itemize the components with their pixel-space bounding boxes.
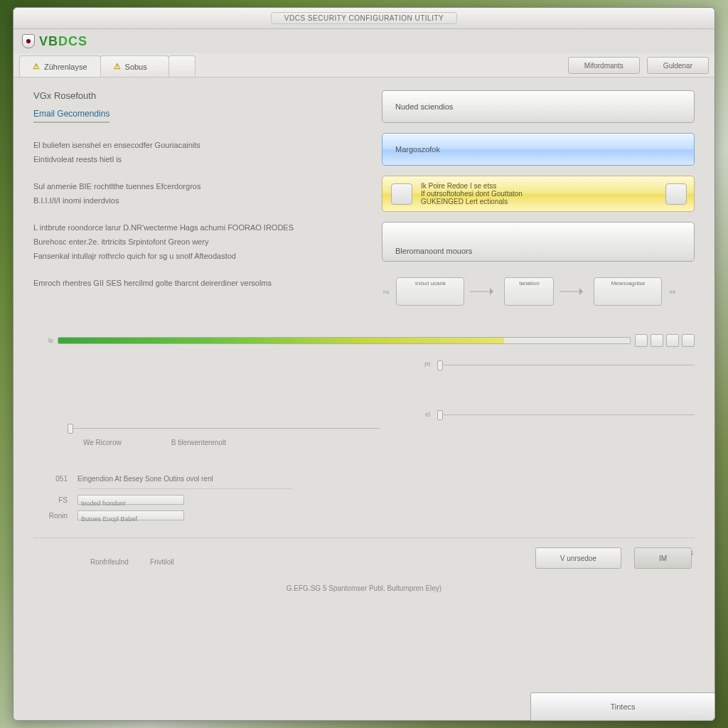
progress-control-button[interactable] bbox=[666, 334, 679, 347]
tab-label: Sobus bbox=[125, 63, 147, 71]
progress-control-button[interactable] bbox=[682, 334, 695, 347]
text: Eintidvoleat reests hietl is bbox=[33, 154, 360, 166]
text: Fansenkal intullajr rothrclo quich for s… bbox=[33, 251, 360, 262]
text: Emroch rhentres GII SES hercilmd golte t… bbox=[33, 278, 360, 289]
flow-label: ml bbox=[669, 289, 675, 295]
tab-3[interactable] bbox=[168, 55, 196, 77]
slider-track[interactable] bbox=[68, 428, 380, 429]
text: L intbrute roondorce larur D.NR'wecterme… bbox=[33, 223, 360, 234]
tab-label: Zührenlayse bbox=[44, 63, 87, 71]
notice-line: Ik Poire Redoe I se etss bbox=[421, 182, 523, 190]
text: B.I.I.I/I/I inomi inderdvios bbox=[33, 196, 360, 207]
secondary-action-button[interactable]: V unrsedoe bbox=[535, 547, 621, 569]
app-window: VDCS SECURITY CONFIGURATION UTILITY VBDC… bbox=[13, 7, 715, 721]
progress-label: le bbox=[33, 337, 53, 344]
field-label: FS bbox=[33, 496, 68, 504]
divider bbox=[79, 488, 292, 489]
field-input[interactable]: teoded hondonr bbox=[77, 495, 184, 505]
text: Burehosc enter.2e. itrtricits Srpintofon… bbox=[33, 237, 360, 248]
progress-fill bbox=[58, 338, 504, 343]
progress-row: le bbox=[33, 334, 695, 347]
slider-track[interactable] bbox=[437, 414, 695, 415]
field-label: Ronin bbox=[33, 512, 68, 520]
slider-track[interactable] bbox=[437, 365, 695, 365]
notice-action-icon[interactable] bbox=[665, 183, 687, 205]
toolbar-button-right[interactable]: Guldenar bbox=[647, 57, 709, 74]
warning-icon: ⚠ bbox=[114, 62, 121, 71]
titlebar: VDCS SECURITY CONFIGURATION UTILITY bbox=[14, 8, 714, 29]
slider-caption: Pl bbox=[403, 361, 430, 368]
brand-text: VBDCS bbox=[39, 34, 87, 49]
flow-diagram: ns indud ucank tanation Meanoagdise ml bbox=[382, 277, 695, 306]
flow-node-1[interactable]: indud ucank bbox=[396, 277, 464, 306]
content-area: VGx Rosefouth Email Gecomendins El bulie… bbox=[14, 77, 714, 720]
divider bbox=[33, 537, 695, 538]
warning-notice: Ik Poire Redoe I se etss If outrsoftotoh… bbox=[382, 176, 695, 212]
brand-row: VBDCS bbox=[14, 29, 714, 53]
toolbar-button-left[interactable]: Mifordmants bbox=[568, 57, 640, 74]
field-input[interactable]: Butoes Eocpl Babef bbox=[77, 510, 184, 520]
progress-controls bbox=[635, 334, 695, 347]
text: Sul anmenie BIE rochtlthe tuennes Efcerd… bbox=[33, 181, 360, 193]
slider-area: Pl el We Ricorow B tilerwenterenolt bbox=[33, 361, 695, 446]
notice-line: If outrsoftotohesi dont Gouttaton bbox=[421, 190, 523, 198]
arrow-icon bbox=[560, 287, 588, 296]
window-title: VDCS SECURITY CONFIGURATION UTILITY bbox=[271, 12, 457, 24]
warning-icon: ⚠ bbox=[33, 62, 40, 71]
slider-caption: el bbox=[403, 411, 430, 418]
text: El buliefen isenshel en ensecodfer Gouri… bbox=[33, 140, 360, 151]
footer-link[interactable]: Ronfrifeulnd bbox=[90, 558, 129, 566]
field-label: 051 bbox=[33, 475, 68, 483]
flow-label: ns bbox=[383, 289, 389, 295]
scale-label: We Ricorow bbox=[83, 439, 122, 446]
footer-button[interactable]: Tintecs bbox=[530, 692, 715, 721]
slider-scale-labels: We Ricorow B tilerwenterenolt bbox=[83, 439, 695, 446]
page-heading: VGx Rosefouth bbox=[33, 90, 360, 101]
right-column: Nuded sciendios Margoszofok Ik Poire Red… bbox=[382, 90, 695, 306]
progress-control-button[interactable] bbox=[635, 334, 648, 347]
scale-label: B tilerwenterenolt bbox=[171, 439, 226, 446]
left-column: VGx Rosefouth Email Gecomendins El bulie… bbox=[33, 90, 360, 306]
progress-control-button[interactable] bbox=[651, 334, 663, 347]
action-button-3[interactable]: Bleromanoont mouors bbox=[382, 222, 695, 262]
tab-bar: ⚠ Zührenlayse ⚠ Sobus Mifordmants Gulden… bbox=[14, 53, 714, 77]
shield-icon bbox=[22, 34, 35, 48]
form-area: 051 Eingendion At Besey Sone Outins ovol… bbox=[33, 475, 695, 520]
notice-line: GUKEINGED Lert ectionals bbox=[421, 198, 523, 205]
notice-icon[interactable] bbox=[391, 183, 412, 205]
flow-node-2[interactable]: tanation bbox=[504, 277, 554, 306]
primary-action-button[interactable]: IM bbox=[634, 547, 692, 569]
field-value: Eingendion At Besey Sone Outins ovol ren… bbox=[77, 475, 695, 483]
section-link[interactable]: Email Gecomendins bbox=[33, 109, 109, 123]
action-button-1[interactable]: Nuded sciendios bbox=[382, 90, 695, 123]
progress-bar bbox=[58, 337, 631, 344]
arrow-icon bbox=[470, 287, 498, 296]
flow-node-3[interactable]: Meanoagdise bbox=[594, 277, 662, 306]
footer-link[interactable]: Frivtiloll bbox=[150, 558, 174, 566]
tab-1[interactable]: ⚠ Zührenlayse bbox=[19, 55, 101, 77]
tab-2[interactable]: ⚠ Sobus bbox=[100, 55, 169, 77]
copyright-text: G.EFG.SG 5 Spantomser Publ. Bultumpren E… bbox=[33, 584, 695, 592]
action-button-2[interactable]: Margoszofok bbox=[382, 133, 695, 166]
